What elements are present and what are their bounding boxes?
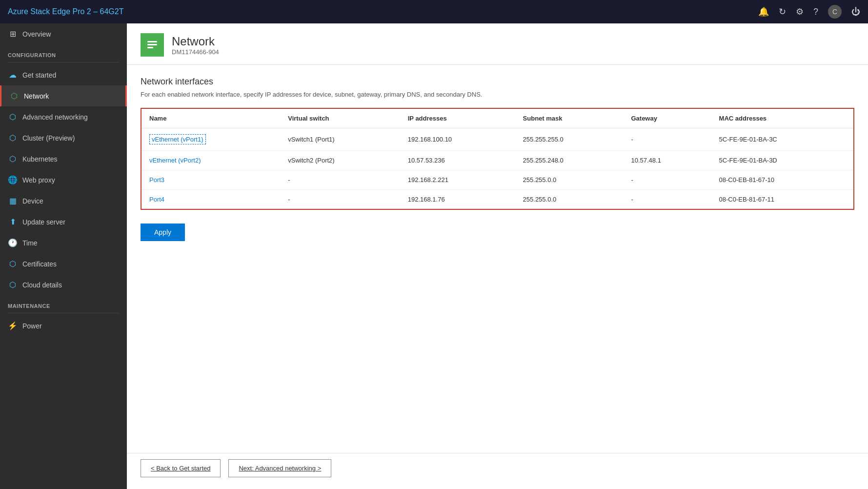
cell-mac-addresses-0: 5C-FE-9E-01-BA-3C bbox=[711, 128, 853, 151]
sidebar-item-device-label: Device bbox=[22, 197, 43, 205]
cell-mac-addresses-3: 08-C0-EB-81-67-11 bbox=[711, 190, 853, 209]
main-header: Network DM1174466-904 bbox=[127, 23, 868, 65]
next-button[interactable]: Next: Advanced networking > bbox=[228, 459, 331, 477]
network-table-wrapper: Name Virtual switch IP addresses Subnet … bbox=[141, 108, 854, 210]
link-vethernet--vport1-[interactable]: vEthernet (vPort1) bbox=[149, 134, 206, 144]
account-icon[interactable]: C bbox=[828, 5, 842, 19]
maintenance-divider bbox=[8, 313, 119, 313]
link-port3[interactable]: Port3 bbox=[149, 176, 164, 183]
update-server-icon: ⬆ bbox=[8, 217, 18, 226]
col-gateway: Gateway bbox=[623, 109, 711, 128]
sidebar-item-power-label: Power bbox=[22, 322, 42, 330]
sidebar-item-cloud-details-label: Cloud details bbox=[22, 281, 62, 289]
sidebar-item-certificates-label: Certificates bbox=[22, 260, 57, 268]
cell-gateway-2: - bbox=[623, 170, 711, 190]
sidebar-item-time[interactable]: 🕐 Time bbox=[0, 232, 127, 253]
kubernetes-icon: ⬡ bbox=[8, 154, 18, 163]
table-header-row: Name Virtual switch IP addresses Subnet … bbox=[141, 109, 853, 128]
app-title: Azure Stack Edge Pro 2 – 64G2T bbox=[8, 7, 123, 16]
sidebar-item-kubernetes-label: Kubernetes bbox=[22, 155, 58, 163]
cell-ip-addresses-0: 192.168.100.10 bbox=[400, 128, 515, 151]
svg-rect-1 bbox=[147, 41, 157, 42]
sidebar-item-update-server-label: Update server bbox=[22, 218, 65, 226]
link-port4[interactable]: Port4 bbox=[149, 196, 164, 203]
cell-name-0: vEthernet (vPort1) bbox=[141, 128, 280, 151]
network-icon: ⬡ bbox=[9, 91, 19, 101]
bell-icon[interactable]: 🔔 bbox=[758, 6, 769, 17]
get-started-icon: ☁ bbox=[8, 70, 18, 80]
sidebar-item-device[interactable]: ▦ Device bbox=[0, 190, 127, 211]
sidebar-item-overview-label: Overview bbox=[22, 30, 51, 38]
help-icon[interactable]: ? bbox=[813, 7, 818, 17]
cell-virtual-switch-3: - bbox=[280, 190, 400, 209]
main-page-title: Network bbox=[172, 35, 219, 48]
sidebar-item-advanced-networking-label: Advanced networking bbox=[22, 113, 88, 121]
sidebar-item-cluster-label: Cluster (Preview) bbox=[22, 134, 75, 142]
sidebar-item-cluster[interactable]: ⬡ Cluster (Preview) bbox=[0, 127, 127, 148]
svg-rect-3 bbox=[147, 47, 153, 48]
main-header-icon bbox=[141, 33, 164, 57]
col-ip-addresses: IP addresses bbox=[400, 109, 515, 128]
cell-name-3: Port4 bbox=[141, 190, 280, 209]
col-subnet-mask: Subnet mask bbox=[515, 109, 624, 128]
sidebar-item-get-started-label: Get started bbox=[22, 71, 56, 79]
main-page-subtitle: DM1174466-904 bbox=[172, 48, 219, 56]
section-title: Network interfaces bbox=[141, 77, 854, 87]
refresh-icon[interactable]: ↻ bbox=[779, 6, 786, 17]
settings-icon[interactable]: ⚙ bbox=[796, 6, 804, 17]
cell-mac-addresses-2: 08-C0-EB-81-67-10 bbox=[711, 170, 853, 190]
col-virtual-switch: Virtual switch bbox=[280, 109, 400, 128]
cell-subnet-mask-1: 255.255.248.0 bbox=[515, 151, 624, 170]
sidebar-item-power[interactable]: ⚡ Power bbox=[0, 315, 127, 336]
power-icon[interactable]: ⏻ bbox=[851, 7, 860, 17]
sidebar-item-overview[interactable]: ⊞ Overview bbox=[0, 23, 127, 44]
sidebar-item-time-label: Time bbox=[22, 239, 38, 247]
cell-mac-addresses-1: 5C-FE-9E-01-BA-3D bbox=[711, 151, 853, 170]
cluster-icon: ⬡ bbox=[8, 133, 18, 143]
table-row: vEthernet (vPort2)vSwitch2 (Port2)10.57.… bbox=[141, 151, 853, 170]
sidebar-item-web-proxy-label: Web proxy bbox=[22, 176, 55, 184]
device-icon: ▦ bbox=[8, 196, 18, 205]
cell-virtual-switch-2: - bbox=[280, 170, 400, 190]
overview-icon: ⊞ bbox=[8, 29, 18, 39]
main-content: Network DM1174466-904 Network interfaces… bbox=[127, 23, 868, 489]
col-mac-addresses: MAC addresses bbox=[711, 109, 853, 128]
sidebar-item-network-label: Network bbox=[24, 92, 49, 100]
cell-gateway-3: - bbox=[623, 190, 711, 209]
sidebar: ⊞ Overview CONFIGURATION ☁ Get started ⬡… bbox=[0, 23, 127, 489]
config-divider bbox=[8, 62, 119, 62]
cell-gateway-0: - bbox=[623, 128, 711, 151]
cell-ip-addresses-3: 192.168.1.76 bbox=[400, 190, 515, 209]
table-row: Port4-192.168.1.76255.255.0.0-08-C0-EB-8… bbox=[141, 190, 853, 209]
maintenance-section-label: MAINTENANCE bbox=[0, 295, 127, 311]
cloud-details-icon: ⬡ bbox=[8, 280, 18, 289]
topbar-icons: 🔔 ↻ ⚙ ? C ⏻ bbox=[758, 5, 860, 19]
cell-virtual-switch-1: vSwitch2 (Port2) bbox=[280, 151, 400, 170]
cell-subnet-mask-3: 255.255.0.0 bbox=[515, 190, 624, 209]
main-header-text: Network DM1174466-904 bbox=[172, 35, 219, 56]
section-description: For each enabled network interface, spec… bbox=[141, 91, 854, 98]
sidebar-item-advanced-networking[interactable]: ⬡ Advanced networking bbox=[0, 106, 127, 127]
topbar: Azure Stack Edge Pro 2 – 64G2T 🔔 ↻ ⚙ ? C… bbox=[0, 0, 868, 23]
bottom-nav: < Back to Get started Next: Advanced net… bbox=[127, 453, 868, 489]
table-row: Port3-192.168.2.221255.255.0.0-08-C0-EB-… bbox=[141, 170, 853, 190]
sidebar-item-kubernetes[interactable]: ⬡ Kubernetes bbox=[0, 148, 127, 169]
col-name: Name bbox=[141, 109, 280, 128]
cell-subnet-mask-0: 255.255.255.0 bbox=[515, 128, 624, 151]
sidebar-item-web-proxy[interactable]: 🌐 Web proxy bbox=[0, 169, 127, 190]
web-proxy-icon: 🌐 bbox=[8, 175, 18, 184]
apply-button[interactable]: Apply bbox=[141, 224, 185, 241]
config-section-label: CONFIGURATION bbox=[0, 44, 127, 60]
certificates-icon: ⬡ bbox=[8, 259, 18, 268]
link-vethernet--vport2-[interactable]: vEthernet (vPort2) bbox=[149, 157, 201, 164]
sidebar-item-cloud-details[interactable]: ⬡ Cloud details bbox=[0, 274, 127, 295]
svg-rect-2 bbox=[147, 44, 157, 45]
sidebar-item-update-server[interactable]: ⬆ Update server bbox=[0, 211, 127, 232]
sidebar-item-get-started[interactable]: ☁ Get started bbox=[0, 64, 127, 85]
sidebar-item-certificates[interactable]: ⬡ Certificates bbox=[0, 253, 127, 274]
back-button[interactable]: < Back to Get started bbox=[141, 459, 221, 477]
sidebar-item-network[interactable]: ⬡ Network bbox=[0, 85, 127, 106]
cell-virtual-switch-0: vSwitch1 (Port1) bbox=[280, 128, 400, 151]
time-icon: 🕐 bbox=[8, 238, 18, 247]
layout: ⊞ Overview CONFIGURATION ☁ Get started ⬡… bbox=[0, 23, 868, 489]
